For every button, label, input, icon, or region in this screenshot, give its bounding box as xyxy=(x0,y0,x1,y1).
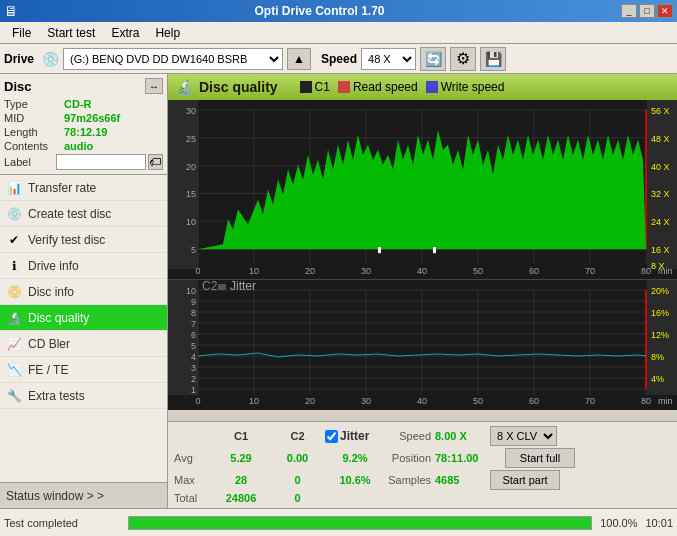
drive-label: Drive xyxy=(4,52,34,66)
speed-label: Speed xyxy=(321,52,357,66)
svg-text:40: 40 xyxy=(417,396,427,406)
bottom-stats-panel: C1 C2 Jitter Speed 8.00 X 8 X CLV Avg 5.… xyxy=(168,421,677,508)
cd-bler-icon: 📈 xyxy=(6,336,22,352)
menu-extra[interactable]: Extra xyxy=(103,24,147,42)
legend-write-speed-box xyxy=(426,81,438,93)
svg-text:80: 80 xyxy=(641,266,651,276)
menu-start-test[interactable]: Start test xyxy=(39,24,103,42)
nav-items: 📊 Transfer rate 💿 Create test disc ✔ Ver… xyxy=(0,175,167,482)
close-button[interactable]: ✕ xyxy=(657,4,673,18)
mid-label: MID xyxy=(4,112,64,124)
transfer-rate-label: Transfer rate xyxy=(28,181,96,195)
svg-text:40 X: 40 X xyxy=(651,162,670,172)
stats-avg-row: Avg 5.29 0.00 9.2% Position 78:11.00 Sta… xyxy=(174,448,671,468)
svg-text:20: 20 xyxy=(305,266,315,276)
max-jitter: 10.6% xyxy=(325,474,385,486)
refresh-button[interactable]: 🔄 xyxy=(420,47,446,71)
sidebar-item-verify-test-disc[interactable]: ✔ Verify test disc xyxy=(0,227,167,253)
eject-button[interactable]: ▲ xyxy=(287,48,311,70)
fe-te-label: FE / TE xyxy=(28,363,68,377)
sidebar-item-fe-te[interactable]: 📉 FE / TE xyxy=(0,357,167,383)
avg-jitter: 9.2% xyxy=(325,452,385,464)
total-c1: 24806 xyxy=(212,492,270,504)
clv-select[interactable]: 8 X CLV xyxy=(490,426,557,446)
drive-select[interactable]: (G:) BENQ DVD DD DW1640 BSRB xyxy=(63,48,283,70)
start-full-button[interactable]: Start full xyxy=(505,448,575,468)
disc-info-label: Disc info xyxy=(28,285,74,299)
maximize-button[interactable]: □ xyxy=(639,4,655,18)
label-icon-button[interactable]: 🏷 xyxy=(148,154,163,170)
svg-text:1: 1 xyxy=(191,385,196,395)
max-c1: 28 xyxy=(212,474,270,486)
sidebar-item-cd-bler[interactable]: 📈 CD Bler xyxy=(0,331,167,357)
disc-info-icon: 📀 xyxy=(6,284,22,300)
stats-total-row: Total 24806 0 xyxy=(174,492,671,504)
legend-write-speed: Write speed xyxy=(426,80,505,94)
legend-c1-label: C1 xyxy=(315,80,330,94)
svg-text:60: 60 xyxy=(529,266,539,276)
settings-button[interactable]: ⚙ xyxy=(450,47,476,71)
avg-c2: 0.00 xyxy=(270,452,325,464)
label-input[interactable] xyxy=(56,154,146,170)
length-value: 78:12.19 xyxy=(64,126,107,138)
mid-value: 97m26s66f xyxy=(64,112,120,124)
svg-text:50: 50 xyxy=(473,396,483,406)
speed-select[interactable]: 48 X xyxy=(361,48,416,70)
svg-rect-1 xyxy=(168,100,198,269)
svg-text:60: 60 xyxy=(529,396,539,406)
disc-quality-icon: 🔬 xyxy=(6,310,22,326)
svg-text:2: 2 xyxy=(191,374,196,384)
svg-text:5: 5 xyxy=(191,245,196,255)
disc-arrow-button[interactable]: ↔ xyxy=(145,78,163,94)
max-label: Max xyxy=(174,474,212,486)
jitter-checkbox[interactable] xyxy=(325,430,338,443)
total-label: Total xyxy=(174,492,212,504)
svg-text:4%: 4% xyxy=(651,374,664,384)
sidebar-item-disc-info[interactable]: 📀 Disc info xyxy=(0,279,167,305)
status-window-label: Status window > > xyxy=(6,489,104,503)
sidebar-item-drive-info[interactable]: ℹ Drive info xyxy=(0,253,167,279)
menu-help[interactable]: Help xyxy=(147,24,188,42)
svg-text:12%: 12% xyxy=(651,330,669,340)
sidebar-item-disc-quality[interactable]: 🔬 Disc quality xyxy=(0,305,167,331)
status-window-button[interactable]: Status window > > xyxy=(0,482,167,508)
transfer-rate-icon: 📊 xyxy=(6,180,22,196)
svg-text:56 X: 56 X xyxy=(651,106,670,116)
svg-text:20: 20 xyxy=(305,396,315,406)
svg-text:40: 40 xyxy=(417,266,427,276)
menu-file[interactable]: File xyxy=(4,24,39,42)
sidebar-item-create-test-disc[interactable]: 💿 Create test disc xyxy=(0,201,167,227)
disc-quality-label: Disc quality xyxy=(28,311,89,325)
svg-rect-2 xyxy=(647,100,677,269)
svg-text:16 X: 16 X xyxy=(651,245,670,255)
status-text: Test completed xyxy=(4,517,124,529)
avg-label: Avg xyxy=(174,452,212,464)
drive-bar: Drive 💿 (G:) BENQ DVD DD DW1640 BSRB ▲ S… xyxy=(0,44,677,74)
speed-value: 8.00 X xyxy=(435,430,490,442)
svg-text:24 X: 24 X xyxy=(651,217,670,227)
sidebar-item-transfer-rate[interactable]: 📊 Transfer rate xyxy=(0,175,167,201)
verify-test-disc-label: Verify test disc xyxy=(28,233,105,247)
jitter-header: Jitter xyxy=(325,429,385,443)
drive-icon: 💿 xyxy=(42,51,59,67)
start-part-button[interactable]: Start part xyxy=(490,470,560,490)
disc-quality-title: Disc quality xyxy=(199,79,278,95)
svg-text:Jitter: Jitter xyxy=(230,280,256,293)
sidebar-item-extra-tests[interactable]: 🔧 Extra tests xyxy=(0,383,167,409)
legend-read-speed: Read speed xyxy=(338,80,418,94)
position-label: Position xyxy=(385,452,435,464)
chart-top-svg: 30 25 20 15 10 5 0 10 20 30 40 50 60 70 … xyxy=(168,100,677,279)
col-c1-header: C1 xyxy=(212,430,270,442)
minimize-button[interactable]: _ xyxy=(621,4,637,18)
contents-value: audio xyxy=(64,140,93,152)
status-bar: Test completed 100.0% 10:01 xyxy=(0,508,677,536)
label-label: Label xyxy=(4,156,54,168)
total-c2: 0 xyxy=(270,492,325,504)
app-title: Opti Drive Control 1.70 xyxy=(18,4,621,18)
extra-tests-icon: 🔧 xyxy=(6,388,22,404)
svg-text:25: 25 xyxy=(186,134,196,144)
save-button[interactable]: 💾 xyxy=(480,47,506,71)
col-c2-header: C2 xyxy=(270,430,325,442)
svg-text:70: 70 xyxy=(585,266,595,276)
create-test-disc-icon: 💿 xyxy=(6,206,22,222)
